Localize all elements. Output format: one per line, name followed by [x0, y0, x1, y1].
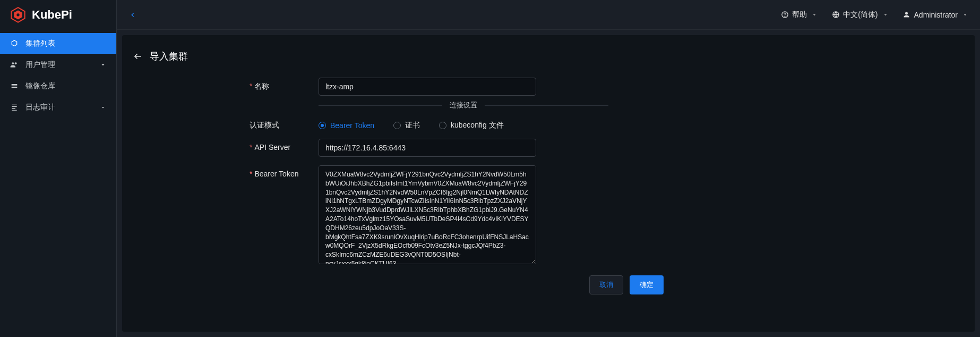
sidebar-item-clusters[interactable]: 集群列表 [0, 33, 116, 54]
sidebar-menu: 集群列表 用户管理 镜像仓库 日志审 [0, 30, 116, 337]
user-menu[interactable]: Administrator [902, 11, 969, 19]
page-back-button[interactable] [133, 51, 143, 62]
user-icon [902, 11, 911, 19]
users-icon [10, 60, 19, 70]
language-label: 中文(简体) [843, 10, 878, 20]
radio-label: Bearer Token [330, 121, 374, 130]
bearer-token-label: *Bearer Token [250, 165, 319, 178]
main: 帮助 中文(简体) Administrator [117, 0, 980, 337]
sidebar-item-label: 日志审计 [25, 103, 93, 112]
language-menu[interactable]: 中文(简体) [831, 10, 889, 20]
registry-icon [10, 81, 19, 91]
api-server-input[interactable] [319, 139, 536, 157]
svg-point-2 [16, 13, 19, 16]
confirm-button[interactable]: 确定 [630, 275, 664, 294]
import-cluster-form: *名称 连接设置 认证模式 Bearer Token [250, 78, 783, 294]
page-title: 导入集群 [150, 50, 188, 63]
logo-text: KubePi [32, 8, 72, 22]
auth-mode-label: 认证模式 [250, 116, 319, 130]
auth-option-cert[interactable]: 证书 [393, 121, 420, 130]
help-icon [780, 11, 789, 19]
chevron-down-icon [961, 11, 969, 19]
chevron-down-icon [810, 11, 819, 19]
back-chevron-icon[interactable] [127, 10, 138, 20]
radio-label: kubeconfig 文件 [451, 121, 504, 130]
logo-icon [10, 6, 27, 23]
api-server-label: *API Server [250, 139, 319, 151]
auth-option-kubeconfig[interactable]: kubeconfig 文件 [439, 121, 504, 130]
help-label: 帮助 [792, 10, 807, 20]
cancel-button[interactable]: 取消 [589, 275, 623, 294]
audit-icon [10, 103, 19, 112]
help-menu[interactable]: 帮助 [780, 10, 819, 20]
user-label: Administrator [914, 11, 958, 19]
chevron-down-icon [881, 11, 890, 19]
content: 导入集群 *名称 连接设置 认证模式 [122, 35, 975, 332]
page-header: 导入集群 [133, 50, 964, 63]
radio-icon [393, 122, 401, 129]
auth-mode-group: Bearer Token 证书 kubeconfig 文件 [319, 116, 783, 130]
sidebar-item-label: 镜像仓库 [25, 81, 107, 91]
name-label: *名称 [250, 78, 319, 91]
auth-option-bearer[interactable]: Bearer Token [319, 121, 374, 130]
fieldset-label: 连接设置 [442, 100, 485, 110]
sidebar-item-audit[interactable]: 日志审计 [0, 97, 116, 118]
sidebar-item-users[interactable]: 用户管理 [0, 54, 116, 75]
chevron-down-icon [99, 104, 107, 111]
sidebar-item-registry[interactable]: 镜像仓库 [0, 75, 116, 97]
topbar: 帮助 中文(简体) Administrator [117, 0, 980, 30]
name-input[interactable] [319, 78, 536, 96]
app-logo[interactable]: KubePi [0, 0, 116, 30]
cluster-icon [10, 39, 19, 48]
sidebar-item-label: 用户管理 [25, 60, 93, 70]
sidebar-item-label: 集群列表 [25, 39, 107, 48]
sidebar: KubePi 集群列表 用户管理 [0, 0, 117, 337]
globe-icon [831, 11, 840, 19]
connection-settings-divider: 连接设置 [319, 105, 608, 106]
chevron-down-icon [99, 61, 107, 69]
radio-icon [439, 122, 446, 129]
svg-point-4 [785, 16, 785, 16]
radio-label: 证书 [405, 121, 420, 130]
radio-icon [319, 122, 326, 129]
bearer-token-input[interactable] [319, 165, 536, 264]
